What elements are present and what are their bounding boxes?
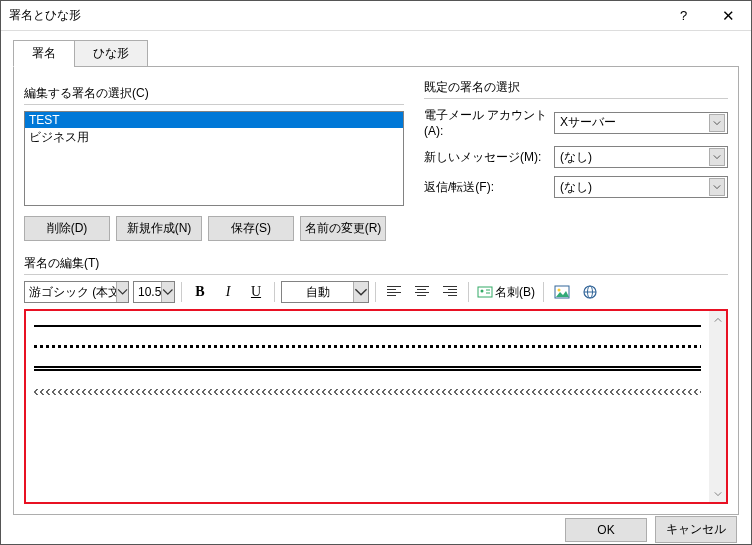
- tab-signature[interactable]: 署名: [13, 40, 75, 67]
- default-signature-legend: 既定の署名の選択: [424, 79, 728, 96]
- separator: [181, 282, 182, 302]
- divider: [24, 274, 728, 275]
- new-message-select[interactable]: (なし): [554, 146, 728, 168]
- tab-strip: 署名 ひな形: [13, 40, 739, 67]
- cancel-button[interactable]: キャンセル: [655, 516, 737, 543]
- size-select[interactable]: 10.5: [133, 281, 175, 303]
- svg-point-1: [481, 290, 484, 293]
- tab-template[interactable]: ひな形: [74, 40, 148, 67]
- divider: [424, 98, 728, 99]
- account-label: 電子メール アカウント(A):: [424, 107, 554, 138]
- edit-signature-group: 編集する署名の選択(C) TEST ビジネス用 削除(D) 新規作成(N) 保存…: [24, 85, 404, 241]
- divider: [24, 104, 404, 105]
- save-button[interactable]: 保存(S): [208, 216, 294, 241]
- scrollbar[interactable]: [709, 311, 726, 502]
- new-message-value: (なし): [560, 149, 592, 166]
- dialog-footer: OK キャンセル: [1, 515, 751, 544]
- scroll-down-button[interactable]: [709, 485, 726, 502]
- content-area: 署名 ひな形 編集する署名の選択(C) TEST ビジネス用 削除(D): [1, 31, 751, 515]
- new-message-label: 新しいメッセージ(M):: [424, 149, 554, 166]
- picture-button[interactable]: [550, 281, 574, 303]
- chevron-down-icon: [709, 178, 725, 196]
- signature-edit-legend: 署名の編集(T): [24, 255, 728, 272]
- signature-listbox[interactable]: TEST ビジネス用: [24, 111, 404, 206]
- separator: [468, 282, 469, 302]
- underline-button[interactable]: U: [244, 281, 268, 303]
- hr-double: [34, 366, 701, 371]
- edit-signature-legend: 編集する署名の選択(C): [24, 85, 404, 102]
- separator: [274, 282, 275, 302]
- format-toolbar: 游ゴシック (本文の 10.5 B I U 自動: [24, 281, 728, 303]
- ok-button[interactable]: OK: [565, 518, 647, 542]
- list-item[interactable]: ビジネス用: [25, 128, 403, 147]
- signature-editor[interactable]: [26, 311, 709, 502]
- new-button[interactable]: 新規作成(N): [116, 216, 202, 241]
- reply-select[interactable]: (なし): [554, 176, 728, 198]
- align-right-button[interactable]: [438, 281, 462, 303]
- svg-point-5: [558, 289, 561, 292]
- italic-button[interactable]: I: [216, 281, 240, 303]
- chevron-down-icon: [116, 282, 128, 302]
- reply-label: 返信/転送(F):: [424, 179, 554, 196]
- rename-button[interactable]: 名前の変更(R): [300, 216, 386, 241]
- titlebar: 署名とひな形 ? ✕: [1, 1, 751, 31]
- hr-solid: [34, 325, 701, 327]
- reply-value: (なし): [560, 179, 592, 196]
- close-button[interactable]: ✕: [706, 1, 751, 30]
- editor-highlight: [24, 309, 728, 504]
- hyperlink-button[interactable]: [578, 281, 602, 303]
- window-title: 署名とひな形: [9, 7, 661, 24]
- align-center-button[interactable]: [410, 281, 434, 303]
- hr-dotted: [34, 345, 701, 348]
- account-select[interactable]: Xサーバー: [554, 112, 728, 134]
- bizcard-icon[interactable]: 名刺(B): [475, 281, 537, 303]
- scroll-track[interactable]: [709, 328, 726, 485]
- separator: [375, 282, 376, 302]
- hr-zigzag: [34, 389, 701, 395]
- dialog-window: 署名とひな形 ? ✕ 署名 ひな形 編集する署名の選択(C) TEST ビジネス…: [0, 0, 752, 545]
- delete-button[interactable]: 削除(D): [24, 216, 110, 241]
- scroll-up-button[interactable]: [709, 311, 726, 328]
- bold-button[interactable]: B: [188, 281, 212, 303]
- chevron-down-icon: [353, 282, 368, 302]
- tab-panel: 編集する署名の選択(C) TEST ビジネス用 削除(D) 新規作成(N) 保存…: [13, 66, 739, 515]
- align-left-button[interactable]: [382, 281, 406, 303]
- chevron-down-icon: [161, 282, 174, 302]
- chevron-down-icon: [709, 114, 725, 132]
- separator: [543, 282, 544, 302]
- svg-rect-0: [478, 287, 492, 297]
- list-item[interactable]: TEST: [25, 112, 403, 128]
- help-button[interactable]: ?: [661, 1, 706, 30]
- font-select[interactable]: 游ゴシック (本文の: [24, 281, 129, 303]
- chevron-down-icon: [709, 148, 725, 166]
- account-value: Xサーバー: [560, 114, 616, 131]
- color-select[interactable]: 自動: [281, 281, 369, 303]
